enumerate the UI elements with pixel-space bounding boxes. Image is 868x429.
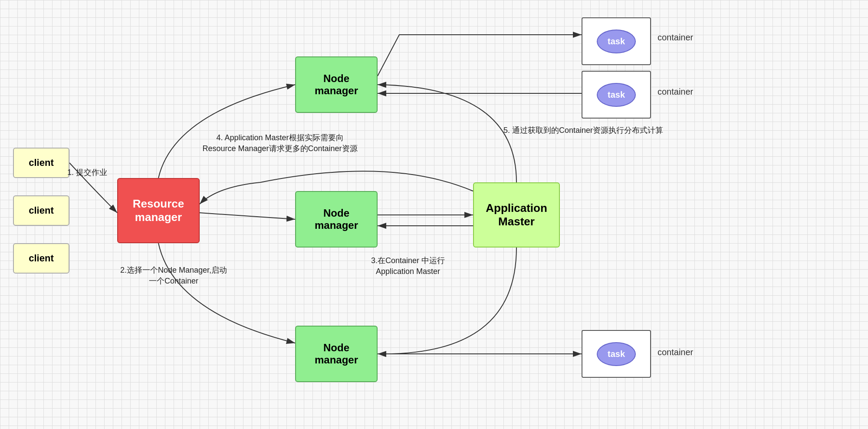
resource-manager-label: Resource manager (133, 197, 184, 224)
task-label-top-1: task (608, 36, 625, 46)
step2-text: 2.选择一个Node Manager,启动一个Container (120, 266, 227, 285)
client-1-label: client (29, 157, 53, 168)
container-label-top-2: container (658, 87, 693, 97)
node-manager-bot-label: Node manager (315, 342, 358, 366)
container-label-top-1: container (658, 33, 693, 43)
diagram-canvas: client client client Resource manager No… (0, 0, 868, 429)
task-label-top-2: task (608, 90, 625, 100)
step4-label: 4. Application Master根据实际需要向Resource Man… (187, 132, 373, 154)
step5-text: 5. 通过获取到的Container资源执行分布式计算 (503, 126, 663, 135)
client-3-label: client (29, 253, 53, 264)
container-top-2: task (582, 71, 651, 119)
task-ellipse-top-1: task (597, 30, 636, 53)
container-label-bot: container (658, 347, 693, 357)
node-manager-top-label: Node manager (315, 73, 358, 97)
step3-label: 3.在Container 中运行Application Master (356, 255, 460, 277)
step5-label: 5. 通过获取到的Container资源执行分布式计算 (503, 125, 720, 136)
step1-text: 1. 提交作业 (67, 168, 107, 177)
task-ellipse-top-2: task (597, 83, 636, 107)
container-bot: task (582, 330, 651, 378)
task-label-bot: task (608, 349, 625, 359)
step2-label: 2.选择一个Node Manager,启动一个Container (117, 265, 230, 287)
task-ellipse-bot: task (597, 342, 636, 366)
node-manager-top: Node manager (295, 56, 378, 113)
client-node-2: client (13, 195, 69, 226)
step3-text: 3.在Container 中运行Application Master (371, 256, 445, 276)
app-master-label: Application Master (486, 201, 547, 228)
container-top-1: task (582, 17, 651, 65)
resource-manager-node: Resource manager (117, 178, 200, 243)
node-manager-mid-label: Node manager (315, 207, 358, 231)
client-node-3: client (13, 243, 69, 274)
node-manager-bot: Node manager (295, 326, 378, 382)
client-node-1: client (13, 148, 69, 178)
client-2-label: client (29, 205, 53, 216)
application-master-node: Application Master (473, 182, 560, 248)
step1-label: 1. 提交作业 (67, 167, 107, 178)
node-manager-mid: Node manager (295, 191, 378, 248)
step4-text: 4. Application Master根据实际需要向Resource Man… (202, 133, 357, 153)
